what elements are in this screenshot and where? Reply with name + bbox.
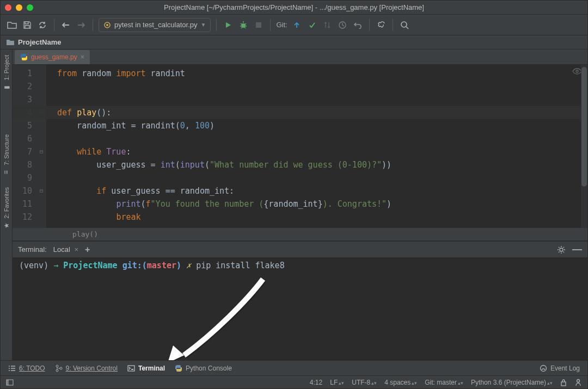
git-compare-icon[interactable] xyxy=(321,19,333,31)
git-label: Git: xyxy=(276,21,287,29)
terminal-dirty-indicator: ✗ xyxy=(186,261,191,270)
svg-rect-3 xyxy=(256,22,261,28)
sidebar-tab-project[interactable]: ▮ 1: Project xyxy=(2,50,11,96)
annotation-arrow xyxy=(154,274,274,360)
svg-point-16 xyxy=(577,379,580,382)
main-area: guess_game.py × 123456789101112 ⊟ ⊟ ⊟ fr… xyxy=(13,50,587,360)
indent-gutter xyxy=(46,65,57,228)
todo-icon xyxy=(8,365,16,372)
svg-rect-11 xyxy=(128,366,134,371)
code-breadcrumb[interactable]: play() xyxy=(13,228,587,241)
navigation-bar: ProjectName xyxy=(1,35,587,50)
run-config-label: pytest in test_calculator.py xyxy=(114,21,197,29)
inspector-icon[interactable] xyxy=(574,379,582,386)
tool-todo-label: 6: TODO xyxy=(19,365,45,372)
breadcrumb-project[interactable]: ProjectName xyxy=(18,38,61,46)
pytest-icon xyxy=(103,21,111,29)
status-git[interactable]: Git: master▴▾ xyxy=(425,379,463,386)
line-number-gutter: 123456789101112 xyxy=(13,65,36,228)
svg-point-6 xyxy=(576,70,578,72)
open-icon[interactable] xyxy=(6,19,18,31)
editor-tab-guess-game[interactable]: guess_game.py × xyxy=(15,50,90,64)
search-icon[interactable] xyxy=(399,19,411,31)
terminal-project: ProjectName xyxy=(63,261,117,270)
terminal-git-label: git:( xyxy=(122,261,147,270)
terminal-branch: master xyxy=(147,261,176,270)
ide-window: ProjectName [~/PycharmProjects/ProjectNa… xyxy=(0,0,588,389)
save-icon[interactable] xyxy=(21,19,33,31)
left-tool-stripe: ▮ 1: Project ≡ 7: Structure ★ 2: Favorit… xyxy=(1,50,13,360)
terminal-icon xyxy=(127,365,135,372)
forward-icon[interactable] xyxy=(75,19,87,31)
vcs-icon xyxy=(55,365,63,372)
code-area[interactable]: from random import randint def play(): r… xyxy=(57,65,587,228)
terminal-header-label: Terminal: xyxy=(18,245,47,254)
tool-terminal-label: Terminal xyxy=(138,365,165,372)
editor-tab-filename: guess_game.py xyxy=(31,53,77,61)
close-terminal-tab-icon[interactable]: × xyxy=(74,245,78,254)
hide-terminal-icon[interactable]: — xyxy=(572,244,582,255)
sidebar-tab-project-label: 1: Project xyxy=(3,55,10,80)
status-line-sep[interactable]: LF▴▾ xyxy=(330,379,344,386)
event-log-icon xyxy=(540,365,547,372)
new-terminal-tab-button[interactable]: + xyxy=(85,245,90,255)
run-icon[interactable] xyxy=(222,19,234,31)
svg-point-10 xyxy=(60,367,62,369)
status-interpreter[interactable]: Python 3.6 (ProjectName)▴▾ xyxy=(471,379,553,386)
sidebar-tab-favorites-label: 2: Favorites xyxy=(3,187,10,218)
sidebar-tab-structure[interactable]: ≡ 7: Structure xyxy=(2,129,11,182)
tool-todo[interactable]: 6: TODO xyxy=(8,365,45,372)
status-caret[interactable]: 4:12 xyxy=(310,379,322,386)
terminal-arrow: → xyxy=(53,261,58,270)
code-editor[interactable]: 123456789101112 ⊟ ⊟ ⊟ from random import… xyxy=(13,65,587,228)
tool-terminal[interactable]: Terminal xyxy=(127,365,165,372)
project-tool-icon: ▮ xyxy=(3,85,10,89)
status-indent[interactable]: 4 spaces▴▾ xyxy=(384,379,417,386)
tool-event-log[interactable]: Event Log xyxy=(550,365,580,372)
main-toolbar: pytest in test_calculator.py ▼ Git: xyxy=(1,15,587,35)
terminal-header: Terminal: Local × + — xyxy=(13,241,587,257)
git-update-icon[interactable] xyxy=(291,19,303,31)
maximize-window-button[interactable] xyxy=(27,4,33,11)
structure-tool-icon: ≡ xyxy=(2,171,10,175)
sidebar-tab-favorites[interactable]: ★ 2: Favorites xyxy=(2,182,11,234)
git-revert-icon[interactable] xyxy=(352,19,364,31)
git-history-icon[interactable] xyxy=(336,19,348,31)
editor-tabs: guess_game.py × xyxy=(13,50,587,65)
svg-point-8 xyxy=(56,365,58,367)
sync-icon[interactable] xyxy=(36,19,48,31)
body: ▮ 1: Project ≡ 7: Structure ★ 2: Favorit… xyxy=(1,50,587,360)
python-console-icon xyxy=(175,365,182,372)
window-title: ProjectName [~/PycharmProjects/ProjectNa… xyxy=(1,3,587,11)
stop-icon[interactable] xyxy=(253,19,265,31)
bottom-tool-bar: 6: TODO 9: Version Control Terminal Pyth… xyxy=(1,360,587,375)
svg-point-12 xyxy=(540,365,546,371)
tool-vcs-label: 9: Version Control xyxy=(66,365,118,372)
svg-point-1 xyxy=(106,24,108,26)
svg-point-9 xyxy=(56,369,58,372)
scrollbar-thumb[interactable] xyxy=(581,67,587,187)
python-file-icon xyxy=(20,53,28,61)
git-commit-icon[interactable] xyxy=(306,19,318,31)
editor-scrollbar[interactable] xyxy=(581,65,587,228)
run-configuration-dropdown[interactable]: pytest in test_calculator.py ▼ xyxy=(99,18,211,32)
tool-window-toggle-icon[interactable] xyxy=(6,379,14,386)
close-window-button[interactable] xyxy=(5,4,11,11)
close-tab-icon[interactable]: × xyxy=(81,53,84,61)
back-icon[interactable] xyxy=(60,19,72,31)
status-encoding[interactable]: UTF-8▴▾ xyxy=(352,379,377,386)
sidebar-tab-structure-label: 7: Structure xyxy=(3,134,10,165)
favorites-tool-icon: ★ xyxy=(3,223,10,229)
folder-icon xyxy=(6,39,15,46)
lock-icon[interactable] xyxy=(560,379,567,386)
terminal-settings-icon[interactable] xyxy=(557,245,566,254)
tool-python-console[interactable]: Python Console xyxy=(175,365,232,372)
svg-point-7 xyxy=(560,248,563,251)
terminal[interactable]: (venv) → ProjectName git:(master) ✗ pip … xyxy=(13,257,587,360)
tool-python-console-label: Python Console xyxy=(186,365,232,372)
debug-icon[interactable] xyxy=(237,19,249,31)
terminal-tab-local[interactable]: Local × xyxy=(53,245,78,254)
tool-vcs[interactable]: 9: Version Control xyxy=(55,365,118,372)
minimize-window-button[interactable] xyxy=(16,4,22,11)
settings-icon[interactable] xyxy=(375,19,387,31)
